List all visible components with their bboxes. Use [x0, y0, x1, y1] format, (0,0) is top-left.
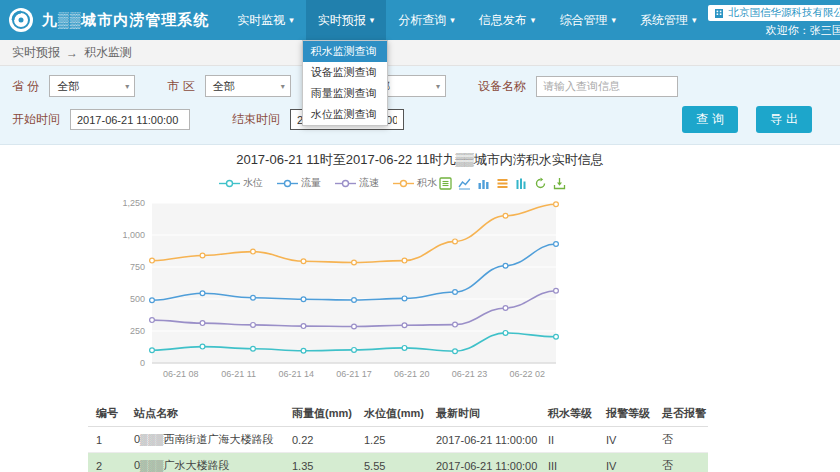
forecast-dropdown-menu: 积水监测查询 设备监测查询 雨量监测查询 水位监测查询 — [302, 40, 388, 126]
caret-down-icon: ▾ — [531, 15, 536, 25]
chevron-down-icon: ▾ — [436, 82, 440, 91]
station-table: 编号站点名称雨量值(mm)水位值(mm)最新时间积水等级报警等级是否报警 10▒… — [88, 401, 708, 472]
nav-item-system-mgmt[interactable]: 系统管理 ▾ — [628, 0, 709, 40]
column-header: 最新时间 — [432, 401, 544, 427]
table-body: 10▒▒▒西南街道广海大楼路段0.221.252017-06-21 11:00:… — [88, 427, 708, 472]
caret-down-icon: ▾ — [450, 15, 455, 25]
tiled-icon[interactable] — [515, 176, 528, 189]
province-label: 省 份 — [12, 78, 39, 95]
line-chart-canvas: 02505007501,0001,25006-21 0806-21 1106-2… — [88, 195, 568, 391]
svg-text:1,000: 1,000 — [122, 230, 145, 240]
building-icon — [714, 8, 724, 18]
svg-text:750: 750 — [130, 262, 145, 272]
device-name-label: 设备名称 — [478, 78, 526, 95]
svg-text:06-21 11: 06-21 11 — [221, 369, 256, 379]
nav-item-info-publish[interactable]: 信息发布 ▾ — [467, 0, 548, 40]
main-nav: 实时监视 ▾ 实时预报 ▾ 积水监测查询 设备监测查询 雨量监测查询 水位监测查… — [225, 0, 708, 40]
legend-item-0[interactable]: 水位 — [219, 176, 263, 190]
province-select[interactable]: 全部 ▾ — [49, 75, 135, 97]
action-buttons: 查询 导出 — [682, 106, 812, 133]
export-button[interactable]: 导出 — [756, 106, 812, 133]
restore-icon[interactable] — [534, 176, 547, 189]
bar-chart-icon[interactable] — [477, 176, 490, 189]
svg-text:06-22 02: 06-22 02 — [509, 369, 545, 379]
end-time-label: 结束时间 — [232, 111, 280, 128]
svg-text:06-21 17: 06-21 17 — [336, 369, 372, 379]
table-cell: 2 — [88, 453, 130, 472]
svg-text:500: 500 — [130, 294, 145, 304]
dropdown-item-device-monitor-query[interactable]: 设备监测查询 — [303, 62, 387, 83]
line-chart-icon[interactable] — [458, 176, 471, 189]
nav-item-realtime-monitoring[interactable]: 实时监视 ▾ — [225, 0, 306, 40]
save-image-icon[interactable] — [553, 176, 566, 189]
table-cell: 2017-06-21 11:00:00 — [432, 427, 544, 453]
column-header: 报警等级 — [602, 401, 658, 427]
filter-row-2: 开始时间 结束时间 查询 导出 — [12, 106, 828, 133]
table-cell: II — [544, 427, 602, 453]
nav-item-realtime-forecast[interactable]: 实时预报 ▾ 积水监测查询 设备监测查询 雨量监测查询 水位监测查询 — [306, 0, 387, 40]
app-title: 九▒▒城市内涝管理系统 — [42, 11, 209, 30]
svg-text:06-21 14: 06-21 14 — [279, 369, 315, 379]
welcome-text: 欢迎你：张三国 ⚙ — [766, 23, 840, 38]
chevron-down-icon: ▾ — [125, 82, 129, 91]
stack-icon[interactable] — [496, 176, 509, 189]
start-time-label: 开始时间 — [12, 111, 60, 128]
table-cell: IV — [602, 427, 658, 453]
table-cell: 5.55 — [360, 453, 432, 472]
province-select-value: 全部 — [57, 79, 79, 94]
filter-row-1: 省 份 全部 ▾ 市 区 全部 ▾ 县 级 全部 ▾ 设备名称 — [12, 75, 828, 97]
chevron-down-icon: ▾ — [281, 82, 285, 91]
city-select[interactable]: 全部 ▾ — [205, 75, 291, 97]
topbar-right: 北京国信华源科技有限公司 欢迎你：张三国 ⚙ — [708, 3, 840, 38]
table-cell: 0.22 — [288, 427, 360, 453]
column-header: 是否报警 — [658, 401, 708, 427]
svg-text:250: 250 — [130, 326, 145, 336]
legend-item-3[interactable]: 积水 — [393, 176, 437, 190]
column-header: 雨量值(mm) — [288, 401, 360, 427]
table-cell: IV — [602, 453, 658, 472]
city-select-value: 全部 — [213, 79, 235, 94]
legend-row: 水位流量流速积水 — [88, 171, 568, 195]
app-logo-icon — [8, 7, 34, 33]
legend-item-1[interactable]: 流量 — [277, 176, 321, 190]
chart-toolbar — [439, 176, 566, 189]
chart-legend: 水位流量流速积水 — [212, 176, 444, 190]
dropdown-item-rainfall-monitor-query[interactable]: 雨量监测查询 — [303, 83, 387, 104]
svg-text:1,250: 1,250 — [122, 198, 145, 208]
svg-text:06-21 20: 06-21 20 — [394, 369, 430, 379]
table-cell: 0▒▒▒广水大楼路段 — [130, 453, 288, 472]
svg-text:06-21 23: 06-21 23 — [452, 369, 488, 379]
table-cell: 否 — [658, 453, 708, 472]
breadcrumb-current: 积水监测 — [84, 44, 132, 61]
dropdown-item-water-accumulation-query[interactable]: 积水监测查询 — [303, 41, 387, 62]
topbar: 九▒▒城市内涝管理系统 实时监视 ▾ 实时预报 ▾ 积水监测查询 设备监测查询 … — [0, 0, 840, 40]
device-name-input[interactable] — [536, 76, 678, 97]
table-cell: 否 — [658, 427, 708, 453]
svg-text:06-21 08: 06-21 08 — [163, 369, 199, 379]
table-cell: III — [544, 453, 602, 472]
caret-down-icon: ▾ — [611, 15, 616, 25]
column-header: 编号 — [88, 401, 130, 427]
city-label: 市 区 — [167, 78, 194, 95]
nav-item-analysis-query[interactable]: 分析查询 ▾ — [386, 0, 467, 40]
svg-text:0: 0 — [140, 358, 145, 368]
table-row[interactable]: 10▒▒▒西南街道广海大楼路段0.221.252017-06-21 11:00:… — [88, 427, 708, 453]
chart-title: 2017-06-21 11时至2017-06-22 11时九▒▒城市内涝积水实时… — [88, 151, 752, 169]
dropdown-item-waterlevel-monitor-query[interactable]: 水位监测查询 — [303, 104, 387, 125]
main-content: 2017-06-21 11时至2017-06-22 11时九▒▒城市内涝积水实时… — [88, 151, 752, 472]
table-row[interactable]: 20▒▒▒广水大楼路段1.355.552017-06-21 11:00:00II… — [88, 453, 708, 472]
legend-item-2[interactable]: 流速 — [335, 176, 379, 190]
table-cell: 0▒▒▒西南街道广海大楼路段 — [130, 427, 288, 453]
filter-panel: 省 份 全部 ▾ 市 区 全部 ▾ 县 级 全部 ▾ 设备名称 开始时间 结束时… — [0, 66, 840, 145]
company-name: 北京国信华源科技有限公司 — [728, 6, 840, 20]
table-cell: 1.25 — [360, 427, 432, 453]
table-header-row: 编号站点名称雨量值(mm)水位值(mm)最新时间积水等级报警等级是否报警 — [88, 401, 708, 427]
column-header: 积水等级 — [544, 401, 602, 427]
start-time-input[interactable] — [70, 109, 190, 130]
caret-down-icon: ▾ — [370, 15, 375, 25]
table-cell: 1.35 — [288, 453, 360, 472]
breadcrumb-section[interactable]: 实时预报 — [12, 44, 60, 61]
data-view-icon[interactable] — [439, 176, 452, 189]
nav-item-comprehensive-mgmt[interactable]: 综合管理 ▾ — [547, 0, 628, 40]
query-button[interactable]: 查询 — [682, 106, 738, 133]
